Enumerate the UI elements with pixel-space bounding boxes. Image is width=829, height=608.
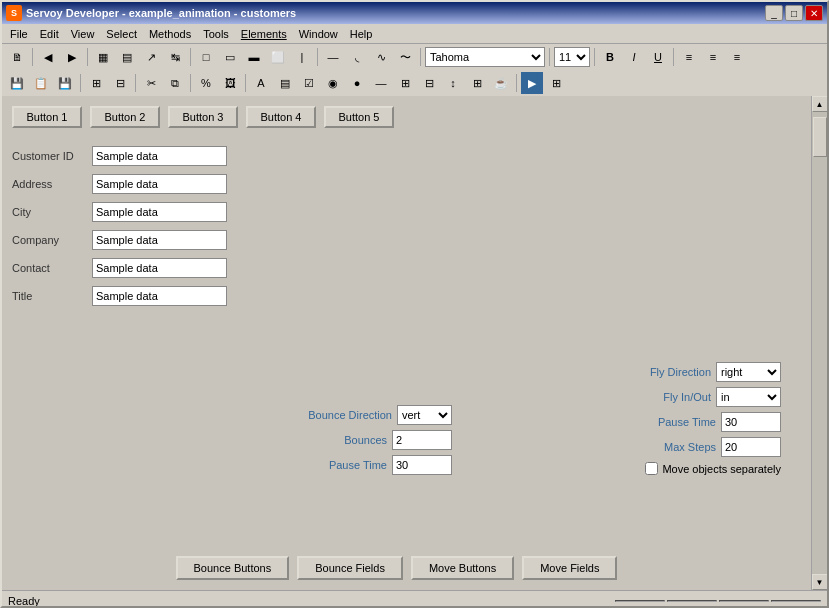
scroll-up-btn[interactable]: ▲ <box>812 96 828 112</box>
forward-btn[interactable]: ▶ <box>61 46 83 68</box>
sep10 <box>135 74 136 92</box>
menu-methods[interactable]: Methods <box>143 26 197 42</box>
rect2-btn[interactable]: ▭ <box>219 46 241 68</box>
menu-window[interactable]: Window <box>293 26 344 42</box>
bounce-fields-btn[interactable]: Bounce Fields <box>297 556 403 580</box>
cut-btn[interactable]: ✂ <box>140 72 162 94</box>
grid-btn[interactable]: ⊞ <box>85 72 107 94</box>
rect-btn[interactable]: □ <box>195 46 217 68</box>
menu-view[interactable]: View <box>65 26 101 42</box>
form-row-city: City <box>12 202 227 222</box>
save2-btn[interactable]: 📋 <box>30 72 52 94</box>
input-city[interactable] <box>92 202 227 222</box>
size-selector[interactable]: 11 <box>554 47 590 67</box>
percent-btn[interactable]: % <box>195 72 217 94</box>
canvas-btn-5[interactable]: Button 5 <box>324 106 394 128</box>
label-address: Address <box>12 178 92 190</box>
input-contact[interactable] <box>92 258 227 278</box>
move-objects-checkbox[interactable] <box>645 462 658 475</box>
split-btn[interactable]: ⊟ <box>418 72 440 94</box>
circle-btn[interactable]: ● <box>346 72 368 94</box>
fly-inout-select[interactable]: in out <box>716 387 781 407</box>
form-row-title: Title <box>12 286 227 306</box>
copy-btn[interactable]: ⧉ <box>164 72 186 94</box>
menu-tools[interactable]: Tools <box>197 26 235 42</box>
menu-edit[interactable]: Edit <box>34 26 65 42</box>
text-btn[interactable]: A <box>250 72 272 94</box>
scroll-down-btn[interactable]: ▼ <box>812 574 828 590</box>
new-btn[interactable]: 🗎 <box>6 46 28 68</box>
maximize-button[interactable]: □ <box>785 5 803 21</box>
scroll-track <box>812 112 827 574</box>
minimize-button[interactable]: _ <box>765 5 783 21</box>
wave-btn[interactable]: ∿ <box>370 46 392 68</box>
toolbar-row-1: 🗎 ◀ ▶ ▦ ▤ ↗ ↹ □ ▭ ▬ ⬜ | — ◟ ∿ 〜 Tahoma 1… <box>2 44 827 70</box>
arrow2-btn[interactable]: ↕ <box>442 72 464 94</box>
img-btn[interactable]: 🖼 <box>219 72 241 94</box>
curve-btn[interactable]: ◟ <box>346 46 368 68</box>
fly-pausetime-input[interactable] <box>721 412 781 432</box>
wave2-btn[interactable]: 〜 <box>394 46 416 68</box>
save3-btn[interactable]: 💾 <box>54 72 76 94</box>
rect3-btn[interactable]: ▬ <box>243 46 265 68</box>
design-canvas: Button 1 Button 2 Button 3 Button 4 Butt… <box>2 96 811 590</box>
arrow-btn[interactable]: ↗ <box>140 46 162 68</box>
menu-elements[interactable]: Elements <box>235 26 293 42</box>
label-title: Title <box>12 290 92 302</box>
move-buttons-btn[interactable]: Move Buttons <box>411 556 514 580</box>
radio-btn[interactable]: ◉ <box>322 72 344 94</box>
italic-btn[interactable]: I <box>623 46 645 68</box>
align-left-btn[interactable]: ≡ <box>678 46 700 68</box>
bounces-input[interactable] <box>392 430 452 450</box>
sep3 <box>190 48 191 66</box>
move-fields-btn[interactable]: Move Fields <box>522 556 617 580</box>
input-company[interactable] <box>92 230 227 250</box>
sep9 <box>80 74 81 92</box>
input-title[interactable] <box>92 286 227 306</box>
menu-select[interactable]: Select <box>100 26 143 42</box>
canvas-btn-2[interactable]: Button 2 <box>90 106 160 128</box>
line-btn[interactable]: | <box>291 46 313 68</box>
line2-btn[interactable]: — <box>322 46 344 68</box>
rect4-btn[interactable]: ⬜ <box>267 46 289 68</box>
media2-btn[interactable]: ⊞ <box>545 72 567 94</box>
input-customerid[interactable] <box>92 146 227 166</box>
tab-btn[interactable]: ↹ <box>164 46 186 68</box>
dash-btn[interactable]: — <box>370 72 392 94</box>
bounces-label: Bounces <box>344 434 387 446</box>
tab2-btn[interactable]: ⊞ <box>394 72 416 94</box>
sep5 <box>420 48 421 66</box>
menu-help[interactable]: Help <box>344 26 379 42</box>
grid2-btn[interactable]: ⊟ <box>109 72 131 94</box>
bold-btn[interactable]: B <box>599 46 621 68</box>
form2-btn[interactable]: ▤ <box>116 46 138 68</box>
status-bar: Ready <box>2 590 827 608</box>
sep13 <box>516 74 517 92</box>
canvas-btn-4[interactable]: Button 4 <box>246 106 316 128</box>
portal-btn[interactable]: ⊞ <box>466 72 488 94</box>
canvas-btn-3[interactable]: Button 3 <box>168 106 238 128</box>
align-center-btn[interactable]: ≡ <box>702 46 724 68</box>
form-row-address: Address <box>12 174 227 194</box>
back-btn[interactable]: ◀ <box>37 46 59 68</box>
font-selector[interactable]: Tahoma <box>425 47 545 67</box>
fly-direction-select[interactable]: right left up down <box>716 362 781 382</box>
bounce-buttons-btn[interactable]: Bounce Buttons <box>176 556 290 580</box>
bean-btn[interactable]: ☕ <box>490 72 512 94</box>
fly-maxsteps-input[interactable] <box>721 437 781 457</box>
sep12 <box>245 74 246 92</box>
underline-btn[interactable]: U <box>647 46 669 68</box>
form-btn[interactable]: ▦ <box>92 46 114 68</box>
check-btn[interactable]: ☑ <box>298 72 320 94</box>
field-btn[interactable]: ▤ <box>274 72 296 94</box>
canvas-btn-1[interactable]: Button 1 <box>12 106 82 128</box>
media-btn[interactable]: ▶ <box>521 72 543 94</box>
align-right-btn[interactable]: ≡ <box>726 46 748 68</box>
save-btn[interactable]: 💾 <box>6 72 28 94</box>
bounce-pausetime-input[interactable] <box>392 455 452 475</box>
bounce-direction-select[interactable]: vert horiz <box>397 405 452 425</box>
close-button[interactable]: ✕ <box>805 5 823 21</box>
menu-file[interactable]: File <box>4 26 34 42</box>
scroll-thumb[interactable] <box>813 117 827 157</box>
input-address[interactable] <box>92 174 227 194</box>
